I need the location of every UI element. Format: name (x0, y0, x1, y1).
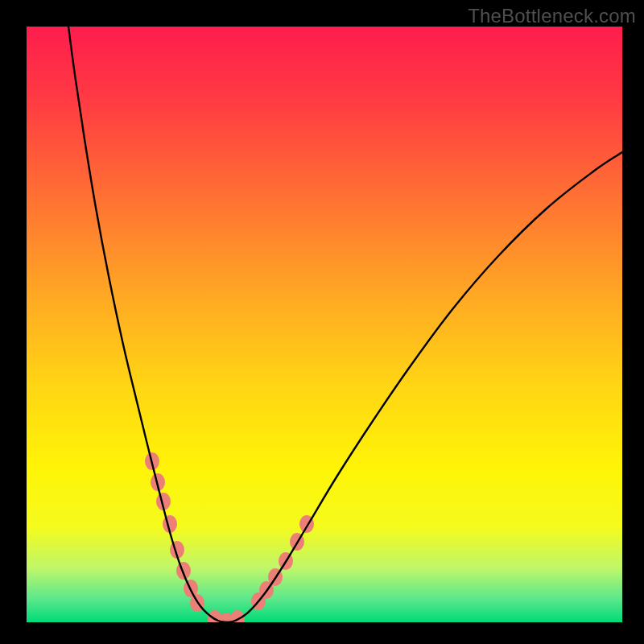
watermark-label: TheBottleneck.com (468, 5, 636, 27)
data-marker (176, 562, 191, 580)
chart-frame: TheBottleneck.com (0, 0, 644, 644)
curves-layer (27, 27, 622, 622)
plot-area (27, 27, 622, 622)
left-branch-curve (68, 27, 226, 622)
right-branch-curve (226, 152, 622, 622)
marker-group (145, 452, 314, 622)
